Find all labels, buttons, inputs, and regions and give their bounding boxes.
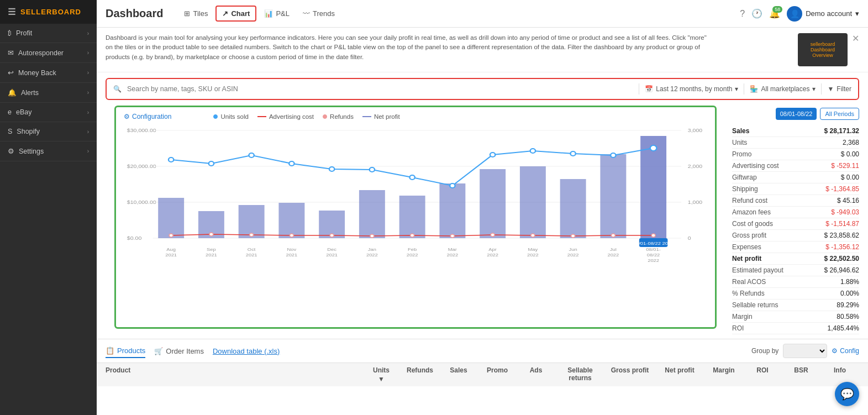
search-input[interactable] [127,85,633,93]
bar-mar2022[interactable] [439,183,465,238]
tab-chart[interactable]: ↗Chart [215,6,256,22]
svg-point-19 [370,167,375,172]
svg-point-18 [329,167,334,171]
legend-advertising-cost[interactable]: Advertising cost [257,113,314,120]
bar-jan2022[interactable] [359,190,385,238]
svg-point-28 [209,233,213,236]
banner-close-button[interactable]: ✕ [852,33,859,44]
svg-text:2021: 2021 [246,253,257,258]
stat-value: $ -1,364.85 [825,185,859,193]
sidebar-label-settings: Settings [19,148,44,155]
stat-row: Cost of goods $ -1,514.87 [732,218,859,230]
sidebar-item-profit[interactable]: ₿ Profit › [0,24,97,43]
stat-label: Real ACOS [732,278,766,286]
shopify-icon: S [8,128,12,135]
search-icon: 🔍 [113,85,122,93]
stat-label: Advertising cost [732,162,779,170]
stat-row: Real ACOS 1.88% [732,276,859,288]
chat-button[interactable]: 💬 [835,382,859,406]
configuration-button[interactable]: ⚙ Configuration [124,113,171,120]
sidebar-item-money-back[interactable]: ↩ Money Back › [0,63,97,83]
group-by-select[interactable] [783,344,827,358]
stat-row: Margin 80.58% [732,311,859,323]
svg-point-39 [651,234,655,237]
help-icon[interactable]: ? [740,9,745,19]
date-range-button[interactable]: 📅 Last 12 months, by month ▾ [645,85,738,93]
stat-value: 1,485.44% [828,324,859,332]
units-filter-icon[interactable]: ▼ [362,375,401,383]
bar-jul2022[interactable] [600,154,626,238]
user-chevron-icon: ▾ [855,9,859,18]
table-config-button[interactable]: ⚙ Config [832,347,859,355]
group-by-section: Group by ⚙ Config [751,344,859,358]
chevron-icon-profit: › [87,30,89,36]
main-content: Dashboard ⊞Tiles↗Chart📊P&L〰Trends ? 🕐 🔔5… [97,0,868,415]
svg-point-21 [450,183,455,188]
stat-value: $ 26,946.62 [824,266,859,274]
order-items-tab[interactable]: 🛒 Order Items [154,345,204,358]
svg-text:08/01-: 08/01- [646,247,661,252]
marketplace-chevron-icon: ▾ [812,85,816,93]
sidebar-item-settings[interactable]: ⚙ Settings › [0,141,97,161]
divider-1 [639,83,639,94]
bar-may2022[interactable] [520,166,546,238]
alerts-icon: 🔔 [8,88,17,97]
svg-text:2022: 2022 [648,258,659,263]
stat-value: $ -1,514.87 [825,220,859,228]
tiles-icon: ⊞ [184,9,190,18]
svg-text:2021: 2021 [165,253,177,258]
svg-text:0: 0 [688,235,691,241]
svg-point-25 [611,153,616,157]
bar-aug2021[interactable] [158,198,184,238]
filter-button[interactable]: ▼ Filter [827,85,851,93]
all-periods-button[interactable]: All Periods [820,108,859,120]
svg-text:08/01-08/22 2022: 08/01-08/22 2022 [633,241,674,246]
clock-icon[interactable]: 🕐 [751,8,762,19]
filter-label: Filter [837,85,851,93]
sidebar-item-shopify[interactable]: S Shopify › [0,122,97,141]
chevron-icon-ebay: › [87,109,89,115]
download-table-button[interactable]: Download table (.xls) [213,347,280,355]
stat-row: Shipping $ -1,364.85 [732,183,859,195]
legend-units-sold[interactable]: Units sold [213,113,249,120]
notification-icon[interactable]: 🔔58 [769,8,780,19]
marketplace-button[interactable]: 🏪 All marketplaces ▾ [750,85,816,93]
stat-value: $ 28,171.32 [824,127,859,135]
products-icon: 📋 [106,346,114,355]
svg-text:3,000: 3,000 [688,128,703,133]
svg-text:Sep: Sep [207,247,216,252]
svg-text:2,000: 2,000 [688,164,703,169]
th-product: Product [106,366,362,383]
bar-nov2021[interactable] [278,203,304,238]
bar-jun2022[interactable] [560,179,586,238]
sidebar-item-alerts[interactable]: 🔔 Alerts › [0,83,97,103]
refunds-icon [323,114,327,119]
hamburger-icon[interactable]: ☰ [8,7,16,17]
table-config-label: Config [840,347,859,355]
legend-refunds[interactable]: Refunds [323,113,354,120]
svg-text:2022: 2022 [446,253,458,258]
user-avatar: 👤 [787,6,802,22]
sidebar-item-autoresponder[interactable]: ✉ Autoresponder › [0,43,97,63]
tab-pnl[interactable]: 📊P&L [259,6,295,22]
user-menu-button[interactable]: 👤 Demo account ▾ [787,6,859,22]
current-period-button[interactable]: 08/01-08/22 [776,108,817,120]
sidebar-item-ebay[interactable]: e eBay › [0,103,97,122]
bar-apr2022[interactable] [480,169,506,238]
tutorial-thumbnail[interactable]: sellerboard Dashboard Overview [798,33,848,66]
stat-row: Gross profit $ 23,858.62 [732,230,859,241]
products-tab[interactable]: 📋 Products [106,344,145,358]
stat-row: Promo $ 0.00 [732,149,859,160]
bar-feb2022[interactable] [399,196,425,238]
chart-section: ⚙ Configuration Units sold Advertising c… [114,106,717,329]
tab-trends[interactable]: 〰Trends [297,6,340,22]
svg-point-32 [370,234,374,238]
tab-tiles[interactable]: ⊞Tiles [178,6,213,22]
svg-text:1,000: 1,000 [688,199,703,205]
sidebar-label-money-back: Money Back [18,69,56,77]
stat-label: Expenses [732,243,761,251]
legend-net-profit[interactable]: Net profit [362,113,400,120]
stat-label: Margin [732,313,753,321]
svg-text:2022: 2022 [366,253,378,258]
svg-point-33 [411,234,414,237]
